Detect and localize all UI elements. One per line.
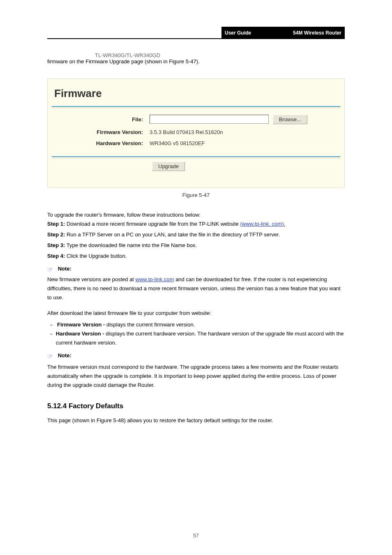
bullet-hardware-version: ➢ Hardware Version - displays the curren… — [50, 329, 345, 347]
divider-grey — [52, 108, 340, 108]
note-1-body: New firmware versions are posted at www.… — [47, 275, 345, 302]
hardware-version-label: Hardware Version: — [52, 138, 146, 149]
note-icon: ☞ — [47, 352, 55, 360]
product-subtitle: 54M Wireless Router — [293, 30, 341, 36]
note-2-body: The firmware version must correspond to … — [47, 363, 345, 390]
divider-blue — [52, 106, 340, 107]
user-guide-label: User Guide — [225, 30, 251, 36]
browse-button[interactable]: Browse... — [273, 115, 307, 124]
panel-title: Firmware — [54, 87, 340, 100]
step-3: Step 3: Type the downloaded file name in… — [47, 241, 345, 250]
section-body: This page (shown in Figure 5-48) allows … — [47, 416, 345, 425]
step-3-label: Step 3: — [47, 242, 65, 248]
figure-caption: Figure 5-47 — [47, 192, 345, 198]
chevron-icon: ➢ — [50, 329, 56, 347]
section-heading: 5.12.4 Factory Defaults — [47, 402, 345, 410]
bullet-1-label: Firmware Version - — [57, 321, 105, 328]
step-1: Step 1: Download a more recent firmware … — [47, 220, 345, 229]
website-link[interactable]: (www.tp-link. com). — [240, 221, 285, 227]
note-icon: ☞ — [47, 266, 55, 273]
section-body-suffix: ) allows you to restore the factory defa… — [124, 417, 273, 423]
firmware-panel: Firmware File: Browse... Firmware Versio… — [47, 79, 345, 188]
after-download-text: After download the latest firmware file … — [47, 310, 345, 316]
file-input[interactable] — [150, 115, 269, 124]
step-4-label: Step 4: — [47, 253, 65, 259]
section-body-prefix: This page (shown in — [47, 417, 97, 423]
step-2-label: Step 2: — [47, 231, 65, 238]
step-2: Step 2: Run a TFTP Server on a PC on you… — [47, 230, 345, 239]
bullet-2-label: Hardware Version - — [56, 331, 104, 337]
hardware-version-value: WR340G v5 081520EF — [146, 138, 340, 149]
step-1-label: Step 1: — [47, 221, 65, 227]
bullet-firmware-version: ➢ Firmware Version - displays the curren… — [50, 320, 345, 329]
file-label: File: — [52, 112, 146, 127]
intro-text: firmware on the Firmware Upgrade page (s… — [47, 58, 345, 66]
page-number: 57 — [0, 533, 392, 539]
step-1-text: Download a more recent firmware upgrade … — [67, 221, 239, 227]
step-4-text: Click the Upgrade button. — [67, 253, 127, 259]
divider-grey-2 — [52, 158, 340, 158]
upgrade-button[interactable]: Upgrade — [152, 162, 185, 171]
section-figure-ref: Figure 5-48 — [97, 417, 124, 423]
note-1-label: Note: — [58, 266, 71, 272]
note-link[interactable]: www.tp-link.com — [136, 276, 174, 282]
chevron-icon: ➢ — [50, 320, 57, 329]
step-3-text: Type the downloaded file name into the F… — [67, 242, 197, 248]
note-2-label: Note: — [58, 352, 71, 358]
steps-intro: To upgrade the router's firmware, follow… — [47, 210, 345, 220]
divider-blue-2 — [52, 156, 340, 157]
step-4: Step 4: Click the Upgrade button. — [47, 252, 345, 261]
bullet-1-rest: displays the current firmware version. — [105, 321, 195, 328]
firmware-version-label: Firmware Version: — [52, 127, 146, 138]
step-2-text: Run a TFTP Server on a PC on your LAN, a… — [67, 231, 280, 238]
firmware-version-value: 3.5.3 Build 070413 Rel.51620n — [146, 127, 340, 138]
